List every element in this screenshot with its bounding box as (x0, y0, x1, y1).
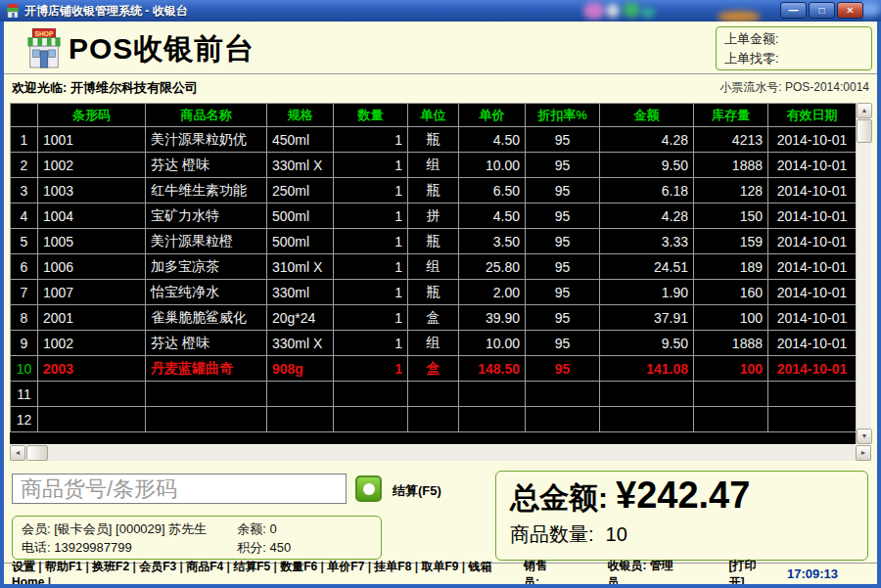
cell-amount[interactable]: 6.18 (600, 178, 694, 204)
column-header[interactable]: 金额 (600, 104, 694, 127)
column-header[interactable]: 条形码 (38, 104, 146, 127)
cell-discount[interactable]: 95 (526, 331, 600, 356)
table-row[interactable]: 61006加多宝凉茶310ml X1组25.809524.511892014-1… (11, 254, 857, 280)
cell-price[interactable]: 4.50 (459, 204, 526, 229)
menu-item[interactable]: 结算F5 (233, 560, 270, 573)
column-header[interactable]: 商品名称 (146, 104, 267, 127)
cell-name[interactable]: 宝矿力水特 (146, 204, 267, 229)
cell-amount[interactable]: 4.28 (600, 204, 694, 229)
cell-unit[interactable]: 瓶 (408, 127, 459, 153)
cell-unit[interactable]: 瓶 (408, 280, 459, 305)
cell-qty[interactable] (334, 382, 408, 407)
cell-price[interactable]: 25.80 (459, 254, 526, 280)
table-row[interactable]: 11001美汁源果粒奶优450ml1瓶4.50954.2842132014-10… (11, 127, 857, 153)
cell-spec[interactable]: 330ml X (267, 153, 334, 178)
cell-stock[interactable]: 159 (694, 229, 768, 254)
cell-name[interactable]: 怡宝纯净水 (146, 280, 267, 305)
horizontal-scrollbar[interactable]: ◄ ► (10, 444, 871, 461)
cell-barcode[interactable]: 2001 (38, 305, 146, 331)
cell-unit[interactable]: 组 (408, 331, 459, 356)
column-header[interactable]: 单位 (408, 104, 459, 127)
column-header[interactable]: 单价 (459, 104, 526, 127)
column-header[interactable]: 库存量 (694, 104, 768, 127)
cell-stock[interactable]: 160 (694, 280, 768, 305)
cell-price[interactable]: 2.00 (459, 280, 526, 305)
scroll-up-button[interactable]: ▲ (857, 103, 872, 118)
cell-discount[interactable]: 95 (526, 178, 600, 204)
cell-qty[interactable]: 1 (334, 178, 408, 204)
cell-price[interactable]: 39.90 (459, 305, 526, 331)
scroll-right-button[interactable]: ► (856, 445, 871, 461)
cell-spec[interactable]: 330ml X (267, 331, 334, 356)
cell-discount[interactable]: 95 (526, 204, 600, 229)
cell-qty[interactable]: 1 (334, 153, 408, 178)
cell-price[interactable]: 3.50 (459, 229, 526, 254)
cell-discount[interactable]: 95 (526, 229, 600, 254)
cell-unit[interactable]: 瓶 (408, 178, 459, 204)
cell-discount[interactable]: 95 (526, 356, 600, 382)
cell-spec[interactable]: 450ml (267, 127, 334, 153)
cell-stock[interactable]: 150 (694, 204, 768, 229)
cell-name[interactable] (146, 407, 267, 432)
horizontal-scroll-thumb[interactable] (26, 445, 48, 461)
cell-spec[interactable]: 908g (267, 356, 334, 382)
menu-item[interactable]: 换班F2 (92, 560, 129, 573)
scroll-down-button[interactable]: ▼ (857, 429, 872, 444)
cell-qty[interactable]: 1 (334, 280, 408, 305)
maximize-button[interactable]: □ (809, 2, 835, 19)
cell-unit[interactable]: 组 (408, 153, 459, 178)
menu-item[interactable]: 帮助F1 (45, 560, 82, 573)
cell-price[interactable] (459, 407, 526, 432)
cell-stock[interactable] (694, 407, 768, 432)
vertical-scrollbar[interactable]: ▲ ▼ (856, 103, 871, 444)
cell-discount[interactable] (526, 382, 600, 407)
cell-barcode[interactable] (38, 407, 146, 432)
cell-discount[interactable]: 95 (526, 280, 600, 305)
cell-unit[interactable] (408, 407, 459, 432)
cell-qty[interactable]: 1 (334, 229, 408, 254)
cell-name[interactable]: 丹麦蓝罐曲奇 (146, 356, 267, 382)
table-row[interactable]: 82001雀巢脆脆鲨威化20g*241盒39.909537.911002014-… (11, 305, 857, 331)
cell-amount[interactable]: 1.90 (600, 280, 694, 305)
cell-discount[interactable]: 95 (526, 153, 600, 178)
cell-discount[interactable] (526, 407, 600, 432)
barcode-input[interactable] (12, 474, 347, 504)
cell-qty[interactable] (334, 407, 408, 432)
cell-stock[interactable] (694, 382, 768, 407)
cell-barcode[interactable]: 1007 (38, 280, 146, 305)
cell-name[interactable]: 芬达 橙味 (146, 153, 267, 178)
cell-name[interactable]: 美汁源果粒橙 (146, 229, 267, 254)
cell-spec[interactable]: 500ml (267, 229, 334, 254)
cell-date[interactable]: 2014-10-01 (768, 229, 857, 254)
cell-stock[interactable]: 189 (694, 254, 768, 280)
table-row[interactable]: 102003丹麦蓝罐曲奇908g1盒148.5095141.081002014-… (11, 356, 857, 382)
cell-date[interactable]: 2014-10-01 (768, 178, 857, 204)
cell-qty[interactable]: 1 (334, 331, 408, 356)
column-header[interactable]: 折扣率% (526, 104, 600, 127)
cell-qty[interactable]: 1 (334, 204, 408, 229)
cell-amount[interactable]: 9.50 (600, 331, 694, 356)
table-row[interactable]: 21002芬达 橙味330ml X1组10.00959.5018882014-1… (11, 153, 857, 178)
scroll-left-button[interactable]: ◄ (10, 445, 25, 461)
cell-unit[interactable]: 盒 (408, 356, 459, 382)
cell-barcode[interactable]: 1004 (38, 204, 146, 229)
cell-barcode[interactable] (38, 382, 146, 407)
cell-price[interactable]: 6.50 (459, 178, 526, 204)
titlebar[interactable]: 开博店铺收银管理系统 - 收银台 — □ ✕ (0, 0, 881, 22)
cell-unit[interactable] (408, 382, 459, 407)
minimize-button[interactable]: — (780, 2, 807, 19)
column-header[interactable]: 有效日期 (768, 104, 857, 127)
cell-stock[interactable]: 4213 (694, 127, 768, 153)
cell-qty[interactable]: 1 (334, 356, 408, 382)
cell-amount[interactable]: 141.08 (600, 356, 694, 382)
table-row[interactable]: 11 (11, 382, 857, 407)
table-row[interactable]: 91002芬达 橙味330ml X1组10.00959.5018882014-1… (11, 331, 857, 356)
menu-item[interactable]: 单价F7 (327, 560, 364, 573)
cell-name[interactable]: 美汁源果粒奶优 (146, 127, 267, 153)
cell-barcode[interactable]: 2003 (38, 356, 146, 382)
cell-barcode[interactable]: 1003 (38, 178, 146, 204)
cell-stock[interactable]: 100 (694, 356, 768, 382)
cell-unit[interactable]: 拼 (408, 204, 459, 229)
cell-name[interactable] (146, 382, 267, 407)
cell-date[interactable] (768, 407, 857, 432)
